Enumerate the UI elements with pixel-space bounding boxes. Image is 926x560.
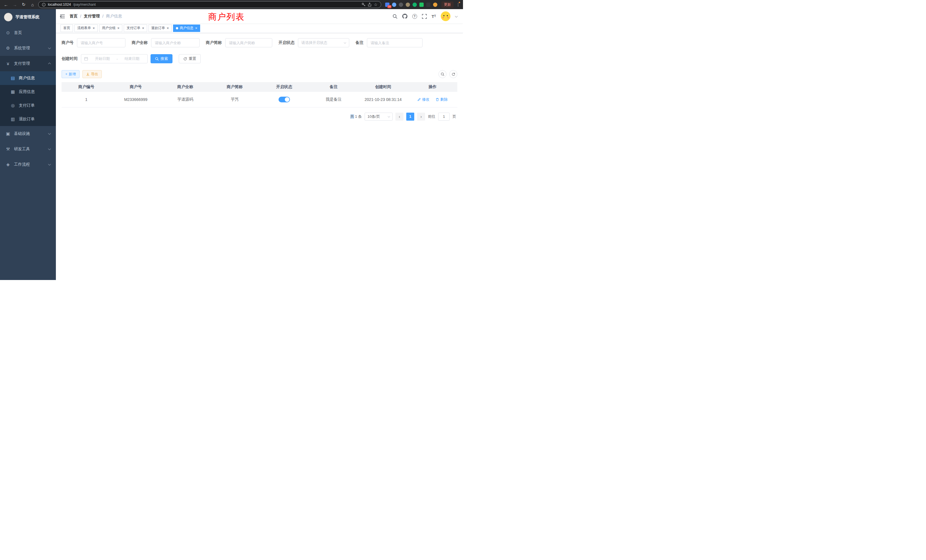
forward-icon[interactable]: → xyxy=(12,2,18,7)
extension-icon[interactable] xyxy=(399,3,403,7)
chevron-down-icon xyxy=(48,163,51,166)
tab-merchant-info[interactable]: 商户信息 × xyxy=(173,24,200,32)
breadcrumb-separator: / xyxy=(80,14,81,18)
search-button[interactable]: 搜索 xyxy=(151,54,172,63)
total-count: 共 1 条 xyxy=(350,114,362,119)
sidebar-item-devtools[interactable]: ⚒ 研发工具 xyxy=(0,141,56,157)
col-merchant-short: 商户简称 xyxy=(210,82,260,92)
profile-avatar-icon[interactable] xyxy=(433,3,437,7)
edit-link[interactable]: 修改 xyxy=(418,97,429,102)
sidebar-item-label: 支付订单 xyxy=(19,103,51,108)
search-icon xyxy=(441,73,445,76)
grid-icon: ▦ xyxy=(10,89,15,94)
extension-icon[interactable]: 10 xyxy=(385,3,389,7)
sidebar-item-refund-order[interactable]: ▥ 退款订单 xyxy=(0,112,56,126)
tab-user-group[interactable]: 用户分组 × xyxy=(99,24,123,32)
font-size-icon[interactable]: TT xyxy=(432,14,436,18)
status-select[interactable]: 请选择开启状态 xyxy=(298,38,349,47)
tab-refund-order[interactable]: 退款订单 × xyxy=(148,24,172,32)
navbar: 首页 / 支付管理 / 商户信息 商户列表 ? TT xyxy=(56,9,463,23)
page-annotation: 商户列表 xyxy=(208,11,245,23)
extension-icon[interactable] xyxy=(419,3,424,7)
share-icon[interactable] xyxy=(368,3,371,6)
fullscreen-icon[interactable] xyxy=(422,14,427,19)
toggle-search-button[interactable] xyxy=(439,70,446,78)
close-icon[interactable]: × xyxy=(142,26,144,30)
target-icon: ◎ xyxy=(10,103,15,108)
extension-icon[interactable] xyxy=(413,3,417,7)
sidebar-item-app-info[interactable]: ▦ 应用信息 xyxy=(0,85,56,98)
sidebar-toggle-icon[interactable] xyxy=(60,14,65,18)
goto-page-input[interactable] xyxy=(438,113,449,121)
home-icon: ⊙ xyxy=(5,30,11,35)
sidebar-item-label: 系统管理 xyxy=(14,45,45,51)
bookmark-star-icon[interactable]: ☆ xyxy=(374,2,377,7)
next-page-button[interactable]: › xyxy=(417,113,425,121)
remark-input[interactable] xyxy=(367,38,422,47)
home-icon[interactable]: ⌂ xyxy=(29,2,36,7)
refresh-table-button[interactable] xyxy=(449,70,457,78)
sidebar-item-workflow[interactable]: ◈ 工作流程 xyxy=(0,157,56,172)
refresh-icon xyxy=(452,73,455,76)
breadcrumb-payment[interactable]: 支付管理 xyxy=(84,14,100,19)
tab-home[interactable]: 首页 xyxy=(61,24,73,32)
back-icon[interactable]: ← xyxy=(3,2,9,7)
sidebar-item-pay-order[interactable]: ◎ 支付订单 xyxy=(0,98,56,112)
date-separator: - xyxy=(117,57,118,61)
sidebar-item-label: 首页 xyxy=(14,30,50,35)
close-icon[interactable]: × xyxy=(195,26,197,30)
cell-merchant-short: 芋艿 xyxy=(210,92,260,107)
close-icon[interactable]: × xyxy=(118,26,120,30)
merchant-no-input[interactable] xyxy=(77,38,126,47)
extension-icon[interactable] xyxy=(426,3,431,7)
browser-toolbar: ← → ↻ ⌂ localhost:1024/pay/merchant ☆ 10… xyxy=(0,0,463,9)
tab-process-form[interactable]: 流程表单 × xyxy=(74,24,98,32)
help-icon[interactable]: ? xyxy=(412,14,417,19)
extension-icon[interactable] xyxy=(406,3,410,7)
cell-create-time: 2021-10-23 08:31:14 xyxy=(359,92,408,107)
prev-page-button[interactable]: ‹ xyxy=(395,113,403,121)
delete-link[interactable]: 删除 xyxy=(436,97,448,102)
breadcrumb-home[interactable]: 首页 xyxy=(70,14,77,19)
goto-label: 前往 xyxy=(428,114,435,119)
status-toggle[interactable] xyxy=(278,97,290,102)
merchant-short-input[interactable] xyxy=(225,38,272,47)
sidebar-item-merchant-info[interactable]: ▤ 商户信息 xyxy=(0,71,56,85)
app-logo[interactable]: 芋道管理系统 xyxy=(0,9,56,25)
page-1-button[interactable]: 1 xyxy=(406,113,414,121)
sidebar-item-payment[interactable]: ¥ 支付管理 xyxy=(0,56,56,71)
filter-label: 创建时间 xyxy=(62,56,81,61)
page-unit-label: 页 xyxy=(452,114,456,119)
github-icon[interactable] xyxy=(402,14,407,19)
create-time-range-picker[interactable]: 开始日期 - 结束日期 xyxy=(81,54,148,63)
search-icon[interactable] xyxy=(393,14,398,19)
sidebar-item-label: 退款订单 xyxy=(19,117,51,122)
password-key-icon[interactable] xyxy=(362,3,366,6)
browser-menu-icon[interactable]: ⋮ xyxy=(456,2,460,7)
app-title: 芋道管理系统 xyxy=(15,15,39,20)
table-tools xyxy=(439,70,457,78)
url-bar[interactable]: localhost:1024/pay/merchant ☆ xyxy=(38,1,381,8)
browser-update-button[interactable]: 更新 xyxy=(441,2,454,8)
calendar-icon xyxy=(84,57,88,61)
reset-button[interactable]: 重置 xyxy=(179,54,201,63)
page-size-select[interactable]: 10条/页 xyxy=(365,113,393,121)
col-merchant-no: 商户号 xyxy=(111,82,161,92)
user-menu-caret-icon[interactable] xyxy=(455,15,458,17)
merchant-name-input[interactable] xyxy=(151,38,200,47)
tab-pay-order[interactable]: 支付订单 × xyxy=(124,24,147,32)
sidebar-item-system[interactable]: ⚙ 系统管理 xyxy=(0,41,56,56)
sidebar-item-infrastructure[interactable]: ▣ 基础设施 xyxy=(0,126,56,141)
close-icon[interactable]: × xyxy=(167,26,169,30)
reload-icon[interactable]: ↻ xyxy=(21,2,27,7)
tab-label: 支付订单 xyxy=(127,26,140,30)
user-avatar[interactable] xyxy=(441,11,451,21)
add-button[interactable]: + 新增 xyxy=(62,70,80,78)
close-icon[interactable]: × xyxy=(93,26,95,30)
export-button[interactable]: 导出 xyxy=(82,70,102,78)
tags-view-bar: 首页 流程表单 × 用户分组 × 支付订单 × 退款订单 × 商户信息 × xyxy=(56,23,463,33)
extension-icon[interactable] xyxy=(392,3,396,7)
site-info-icon[interactable] xyxy=(42,3,45,6)
sidebar-item-home[interactable]: ⊙ 首页 xyxy=(0,25,56,41)
table-header-row: 商户编号 商户号 商户全称 商户简称 开启状态 备注 创建时间 操作 xyxy=(62,82,457,92)
